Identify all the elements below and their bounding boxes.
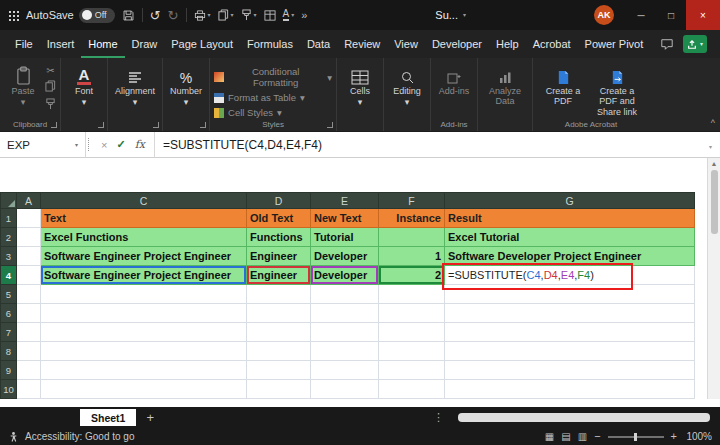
create-pdf-button[interactable]: Create a PDF [537,63,589,107]
horizontal-scrollbar[interactable] [458,413,710,422]
column-header-D[interactable]: D [247,193,311,209]
cell-D10[interactable] [247,380,311,399]
zoom-slider-knob[interactable] [634,433,637,441]
editing-menu-button[interactable]: Editing ▾ [388,63,426,108]
maximize-button[interactable]: □ [656,0,686,30]
avatar[interactable]: AK [594,5,614,25]
cell-D2[interactable]: Functions [247,228,311,247]
cell-E9[interactable] [311,361,379,380]
cell-C3[interactable]: Software Engineer Project Engineer [41,247,247,266]
name-box[interactable]: EXP ▾ [0,132,86,157]
enter-button[interactable]: ✓ [116,138,125,151]
vertical-scrollbar[interactable]: ▲ [707,158,720,399]
zoom-out-button[interactable]: − [594,431,600,442]
cell-G6[interactable] [445,304,695,323]
column-header-C[interactable]: C [41,193,247,209]
cell-A10[interactable] [17,380,41,399]
cell-E3[interactable]: Developer [311,247,379,266]
cell-C8[interactable] [41,342,247,361]
cell-C2[interactable]: Excel Functions [41,228,247,247]
insert-function-button[interactable]: fx [135,138,145,151]
font-menu-button[interactable]: A Font ▾ [65,63,103,108]
cell-D3[interactable]: Engineer [247,247,311,266]
cell-A6[interactable] [17,304,41,323]
cell-G4[interactable]: =SUBSTITUTE(C4,D4,E4,F4) [445,266,695,285]
add-sheet-button[interactable]: + [146,410,154,425]
dialog-launcher-icon[interactable] [51,122,57,128]
cell-A3[interactable] [17,247,41,266]
expand-formula-bar-button[interactable]: ▾ [709,137,720,152]
analyze-data-button[interactable]: Analyze Data [482,63,528,107]
close-button[interactable]: × [686,0,720,30]
cell-E4[interactable]: Developer [311,266,379,285]
cell-A4[interactable] [17,266,41,285]
cell-F6[interactable] [379,304,445,323]
table-button[interactable] [264,10,276,21]
cell-A1[interactable] [17,209,41,228]
menu-tab-developer[interactable]: Developer [425,30,489,58]
paste-button[interactable]: Paste ▾ [4,63,42,108]
menu-tab-acrobat[interactable]: Acrobat [526,30,578,58]
menu-tab-formulas[interactable]: Formulas [240,30,300,58]
cell-C4[interactable]: Software Engineer Project Engineer [41,266,247,285]
normal-view-button[interactable]: ▦ [545,432,554,442]
format-painter-button[interactable] [45,98,56,112]
column-header-G[interactable]: G [445,193,695,209]
menu-tab-insert[interactable]: Insert [40,30,82,58]
font-color-button[interactable]: A ▾ [283,9,295,21]
cell-D4[interactable]: Engineer [247,266,311,285]
dialog-launcher-icon[interactable] [153,122,159,128]
page-layout-view-button[interactable]: ▤ [561,432,570,442]
cell-D5[interactable] [247,285,311,304]
cell-A2[interactable] [17,228,41,247]
cell-F5[interactable] [379,285,445,304]
menu-tab-file[interactable]: File [8,30,40,58]
menu-tab-data[interactable]: Data [300,30,337,58]
cell-F10[interactable] [379,380,445,399]
comments-button[interactable] [660,38,674,51]
row-header-9[interactable]: 9 [1,361,17,380]
cell-G3[interactable]: Software Developer Project Engineer [445,247,695,266]
save-button[interactable] [122,9,135,22]
dialog-launcher-icon[interactable] [200,122,206,128]
copy-button[interactable]: ▾ [218,9,234,21]
cell-C7[interactable] [41,323,247,342]
select-all-button[interactable] [1,193,17,209]
quick-access-overflow-button[interactable]: » [301,9,307,21]
cell-E8[interactable] [311,342,379,361]
cell-A8[interactable] [17,342,41,361]
cell-E1[interactable]: New Text [311,209,379,228]
zoom-slider[interactable] [608,436,664,438]
formula-bar-resize-handle[interactable] [88,138,90,151]
row-header-5[interactable]: 5 [1,285,17,304]
accessibility-status[interactable]: Accessibility: Good to go [25,431,135,442]
row-header-4[interactable]: 4 [1,266,17,285]
cell-G1[interactable]: Result [445,209,695,228]
format-painter-button[interactable]: ▾ [241,9,257,21]
cell-C5[interactable] [41,285,247,304]
cell-C1[interactable]: Text [41,209,247,228]
cells-menu-button[interactable]: Cells ▾ [341,63,379,108]
cell-F9[interactable] [379,361,445,380]
autosave-toggle[interactable]: Off [79,8,115,23]
menu-tab-home[interactable]: Home [81,30,124,58]
column-header-F[interactable]: F [379,193,445,209]
cell-C6[interactable] [41,304,247,323]
cell-G8[interactable] [445,342,695,361]
cancel-button[interactable]: × [101,139,107,151]
autosave-control[interactable]: AutoSave Off [26,8,115,23]
cell-D8[interactable] [247,342,311,361]
cell-F8[interactable] [379,342,445,361]
menu-tab-help[interactable]: Help [489,30,526,58]
column-header-A[interactable]: A [17,193,41,209]
cell-G7[interactable] [445,323,695,342]
share-button[interactable]: ▾ [683,35,707,53]
minimize-button[interactable]: ─ [626,0,656,30]
sheet-tab-sheet1[interactable]: Sheet1 [80,409,136,426]
row-header-8[interactable]: 8 [1,342,17,361]
app-launcher-icon[interactable] [8,10,19,21]
cell-F7[interactable] [379,323,445,342]
menu-tab-page-layout[interactable]: Page Layout [164,30,240,58]
collapse-ribbon-button[interactable]: ^ [711,118,715,128]
cell-D6[interactable] [247,304,311,323]
